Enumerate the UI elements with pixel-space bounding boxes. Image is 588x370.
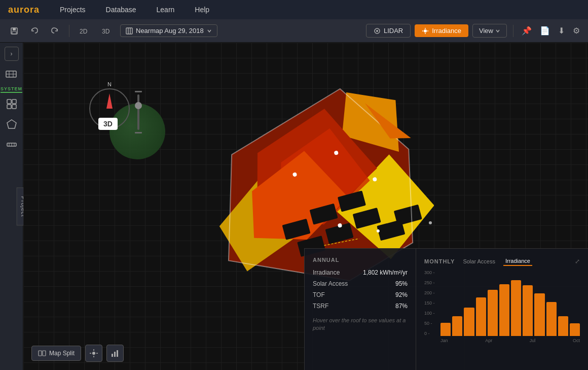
tsrf-stat-row: TSRF 87% (313, 302, 408, 310)
svg-rect-58 (117, 350, 118, 357)
monthly-header: MONTHLY Solar Access Irradiance ⤢ (424, 257, 580, 266)
bar-apr[interactable] (476, 297, 486, 336)
y-label-300: 300 - (424, 270, 435, 275)
bar-feb[interactable] (452, 316, 462, 336)
right-panel: ANNUAL Irradiance 1,802 kWh/m²/yr Solar … (304, 248, 588, 370)
system-section: SYSTEM (1, 63, 22, 93)
y-label-50: 50 - (424, 321, 435, 326)
2d-view-button[interactable]: 2D (76, 25, 94, 37)
bar-jul[interactable] (511, 280, 521, 337)
view-button[interactable]: View (472, 24, 507, 38)
3d-view-button[interactable]: 3D (98, 25, 116, 37)
y-label-200: 200 - (424, 290, 435, 295)
nav-projects[interactable]: Projects (56, 4, 90, 16)
lidar-label: LIDAR (384, 27, 403, 35)
tab-irradiance[interactable]: Irradiance (503, 257, 532, 266)
toolbar: 2D 3D Nearmap Aug 29, 2018 LIDAR Irradia… (0, 19, 588, 43)
svg-rect-57 (114, 352, 116, 357)
tof-stat-label: TOF (313, 291, 325, 298)
map-area[interactable]: N 3D (23, 43, 588, 370)
chevron-down-icon (207, 28, 212, 33)
annual-title: ANNUAL (313, 257, 408, 263)
pin-button[interactable]: 📌 (520, 24, 534, 38)
sidebar-panels-icon[interactable] (3, 95, 21, 113)
zoom-top (135, 91, 142, 92)
x-label-jan: Jan (440, 338, 448, 343)
zoom-track[interactable] (137, 94, 139, 130)
irradiance-stat-label: Irradiance (313, 269, 340, 276)
tsrf-stat-label: TSRF (313, 302, 328, 310)
top-nav: aurora Projects Database Learn Help (0, 0, 588, 19)
bar-chart (424, 270, 580, 336)
irradiance-button[interactable]: Irradiance (415, 24, 468, 37)
sidebar-collapse-button[interactable]: › (5, 47, 19, 61)
nav-help[interactable]: Help (191, 4, 213, 16)
tsrf-stat-value: 87% (395, 302, 408, 310)
monthly-section: MONTHLY Solar Access Irradiance ⤢ 300 - … (416, 249, 588, 370)
compass-arrow (106, 93, 113, 109)
y-label-250: 250 - (424, 280, 435, 285)
toolbar-divider-1 (69, 25, 69, 37)
chart-icon (111, 349, 120, 358)
settings-button[interactable]: ⚙ (571, 24, 582, 38)
bar-jun[interactable] (499, 284, 509, 336)
redo-button[interactable] (47, 25, 63, 37)
toolbar-divider-2 (513, 25, 513, 37)
bar-mar[interactable] (464, 308, 474, 336)
svg-rect-50 (43, 351, 46, 356)
expand-icon[interactable]: ⤢ (575, 258, 580, 265)
compass-north-label: N (107, 81, 112, 87)
measure-icon (6, 139, 17, 150)
document-button[interactable]: 📄 (538, 24, 552, 38)
lidar-button[interactable]: LIDAR (366, 24, 411, 38)
irradiance-stat-row: Irradiance 1,802 kWh/m²/yr (313, 269, 408, 276)
zoom-handle[interactable] (135, 102, 142, 109)
system-icon[interactable] (2, 65, 20, 83)
bar-nov[interactable] (558, 316, 568, 336)
system-label: SYSTEM (1, 86, 22, 93)
nav-learn[interactable]: Learn (153, 4, 179, 16)
undo-button[interactable] (26, 25, 43, 37)
irradiance-stat-value: 1,802 kWh/m²/yr (363, 269, 408, 276)
map-split-icon (38, 349, 46, 357)
chart-container: 300 - 250 - 200 - 150 - 100 - 50 - 0 - J… (424, 270, 580, 343)
annual-stats: ANNUAL Irradiance 1,802 kWh/m²/yr Solar … (305, 249, 416, 370)
monthly-title: MONTHLY (424, 258, 455, 264)
chart-button[interactable] (106, 345, 124, 362)
view-3d-label[interactable]: 3D (98, 118, 118, 130)
x-label-jul: Jul (530, 338, 536, 343)
svg-text:3D: 3D (102, 28, 110, 35)
x-label-oct: Oct (573, 338, 580, 343)
bar-sep[interactable] (534, 293, 544, 337)
svg-point-51 (92, 352, 95, 355)
solar-panel-icon (5, 68, 17, 80)
bar-aug[interactable] (523, 285, 533, 336)
map-split-button[interactable]: Map Split (31, 346, 81, 361)
sidebar-polygon-icon[interactable] (3, 115, 21, 133)
sidebar-measure-icon[interactable] (3, 136, 21, 154)
zoom-bottom (135, 132, 142, 133)
bar-jan[interactable] (440, 323, 451, 336)
save-button[interactable] (6, 25, 22, 37)
bar-dec[interactable] (570, 323, 580, 336)
bar-oct[interactable] (546, 302, 557, 336)
sun-icon (422, 27, 429, 35)
solar-access-stat-label: Solar Access (313, 280, 348, 287)
y-label-150: 150 - (424, 300, 435, 306)
y-label-100: 100 - (424, 311, 435, 316)
download-button[interactable]: ⬇ (556, 24, 567, 38)
zoom-controls (135, 91, 142, 133)
lidar-icon (374, 27, 381, 35)
date-label: Nearmap Aug 29, 2018 (136, 27, 204, 35)
tab-solar-access[interactable]: Solar Access (461, 257, 497, 265)
logo: aurora (8, 5, 40, 15)
irradiance-toggle-button[interactable] (85, 345, 102, 362)
svg-point-8 (424, 29, 427, 32)
view-label: View (479, 27, 493, 35)
date-selector[interactable]: Nearmap Aug 29, 2018 (120, 24, 217, 37)
bar-may[interactable] (488, 290, 498, 336)
svg-rect-17 (7, 99, 11, 104)
view-chevron-icon (495, 28, 500, 33)
nav-database[interactable]: Database (102, 4, 140, 16)
svg-rect-19 (7, 105, 11, 109)
